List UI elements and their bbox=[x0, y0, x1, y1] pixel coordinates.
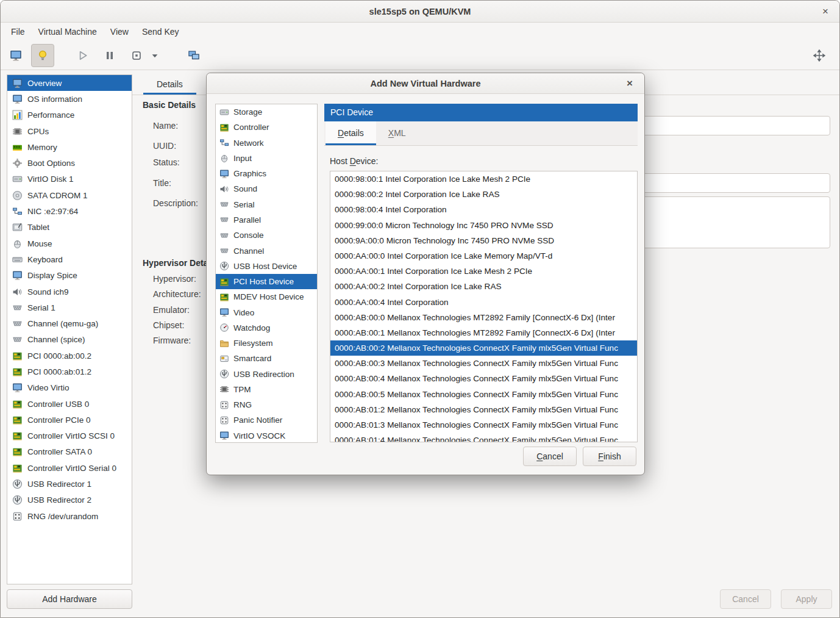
device-row-15[interactable]: 0000:AB:01:2 Mellanox Technologies Conne… bbox=[330, 402, 637, 417]
sidebar-item-sound-ich9[interactable]: Sound ich9 bbox=[7, 284, 132, 300]
hardware-type-parallel[interactable]: Parallel bbox=[216, 212, 317, 228]
device-row-17[interactable]: 0000:AB:01:4 Mellanox Technologies Conne… bbox=[330, 433, 637, 442]
speaker-icon bbox=[12, 287, 23, 297]
hardware-type-pci-host-device[interactable]: PCI Host Device bbox=[216, 274, 317, 289]
device-row-7[interactable]: 0000:AA:00:2 Intel Corporation Ice Lake … bbox=[330, 279, 637, 294]
hardware-type-watchdog[interactable]: Watchdog bbox=[216, 320, 317, 336]
hardware-type-graphics[interactable]: Graphics bbox=[216, 166, 317, 181]
hardware-type-controller[interactable]: Controller bbox=[216, 120, 317, 135]
sidebar-item-usb-redirector-2[interactable]: USB Redirector 2 bbox=[7, 492, 132, 508]
details-tab-details[interactable]: Details bbox=[143, 74, 196, 95]
label: Memory bbox=[27, 143, 57, 152]
sidebar-item-controller-sata-0[interactable]: Controller SATA 0 bbox=[7, 444, 132, 460]
device-row-14[interactable]: 0000:AB:00:5 Mellanox Technologies Conne… bbox=[330, 387, 637, 402]
device-row-3[interactable]: 0000:99:00:0 Micron Technology Inc 7450 … bbox=[330, 218, 637, 233]
dialog-cancel-button[interactable]: Cancel bbox=[523, 447, 577, 466]
label: Parallel bbox=[233, 215, 261, 225]
sidebar-item-controller-virtio-serial-0[interactable]: Controller VirtIO Serial 0 bbox=[7, 460, 132, 476]
hardware-type-virtio-vsock[interactable]: VirtIO VSOCK bbox=[216, 428, 317, 443]
hardware-type-filesystem[interactable]: Filesystem bbox=[216, 336, 317, 351]
label: PCI 0000:ab:00.2 bbox=[27, 351, 91, 361]
sidebar-item-pci-0000-ab-00-2[interactable]: PCI 0000:ab:00.2 bbox=[7, 348, 132, 364]
basic-label-description: Description: bbox=[153, 198, 198, 208]
sidebar-item-keyboard[interactable]: Keyboard bbox=[7, 251, 132, 267]
hardware-type-rng[interactable]: RNG bbox=[216, 397, 317, 412]
device-row-1[interactable]: 0000:98:00:2 Intel Corporation Ice Lake … bbox=[330, 187, 637, 202]
sidebar-item-controller-usb-0[interactable]: Controller USB 0 bbox=[7, 396, 132, 412]
label: USB Host Device bbox=[233, 262, 297, 271]
sidebar-item-tablet[interactable]: Tablet bbox=[7, 220, 132, 235]
sidebar-item-channel-qemu-ga[interactable]: Channel (qemu-ga) bbox=[7, 315, 132, 331]
sidebar-item-nic-e2-97-64[interactable]: NIC :e2:97:64 bbox=[7, 203, 132, 219]
keyboard-icon bbox=[12, 254, 23, 265]
device-row-2[interactable]: 0000:98:00:4 Intel Corporation bbox=[330, 202, 637, 217]
add-hardware-button[interactable]: Add Hardware bbox=[7, 589, 132, 609]
sidebar-item-controller-pcie-0[interactable]: Controller PCIe 0 bbox=[7, 412, 132, 428]
label: SATA CDROM 1 bbox=[27, 191, 88, 200]
dialog-title: Add New Virtual Hardware bbox=[370, 79, 480, 88]
device-row-11[interactable]: 0000:AB:00:2 Mellanox Technologies Conne… bbox=[330, 340, 637, 356]
hardware-type-sound[interactable]: Sound bbox=[216, 181, 317, 196]
sidebar-item-memory[interactable]: Memory bbox=[7, 139, 132, 155]
vm-window: sle15sp5 on QEMU/KVM × FileVirtual Machi… bbox=[0, 0, 840, 618]
label: TPM bbox=[233, 385, 251, 394]
hardware-type-channel[interactable]: Channel bbox=[216, 243, 317, 258]
sidebar-item-pci-0000-ab-01-2[interactable]: PCI 0000:ab:01.2 bbox=[7, 364, 132, 379]
sidebar-item-channel-spice[interactable]: Channel (spice) bbox=[7, 332, 132, 348]
device-row-6[interactable]: 0000:AA:00:1 Intel Corporation Ice Lake … bbox=[330, 264, 637, 279]
dialog-close-icon[interactable]: × bbox=[623, 77, 636, 90]
device-row-13[interactable]: 0000:AB:00:4 Mellanox Technologies Conne… bbox=[330, 371, 637, 386]
device-row-16[interactable]: 0000:AB:01:3 Mellanox Technologies Conne… bbox=[330, 417, 637, 433]
hardware-type-usb-host-device[interactable]: USB Host Device bbox=[216, 259, 317, 274]
dialog-tab-details[interactable]: Details bbox=[326, 121, 376, 145]
sidebar-item-os-information[interactable]: OS information bbox=[7, 91, 132, 107]
hardware-type-serial[interactable]: Serial bbox=[216, 197, 317, 212]
device-row-8[interactable]: 0000:AA:00:4 Intel Corporation bbox=[330, 295, 637, 310]
hardware-type-console[interactable]: Console bbox=[216, 228, 317, 243]
hardware-type-usb-redirection[interactable]: USB Redirection bbox=[216, 367, 317, 382]
dialog-finish-button[interactable]: Finish bbox=[583, 447, 636, 466]
sidebar-item-virtio-disk-1[interactable]: VirtIO Disk 1 bbox=[7, 171, 132, 187]
mouse-icon bbox=[12, 239, 23, 249]
board-icon bbox=[12, 367, 23, 377]
board-icon bbox=[12, 415, 23, 425]
hypervisor-label-hypervisor: Hypervisor: bbox=[153, 274, 196, 284]
sidebar-item-cpus[interactable]: CPUs bbox=[7, 123, 132, 139]
sidebar-item-controller-virtio-scsi-0[interactable]: Controller VirtIO SCSI 0 bbox=[7, 428, 132, 444]
hardware-type-tpm[interactable]: TPM bbox=[216, 382, 317, 397]
hardware-type-video[interactable]: Video bbox=[216, 304, 317, 320]
label: NIC :e2:97:64 bbox=[27, 207, 78, 216]
device-row-10[interactable]: 0000:AB:00:1 Mellanox Technologies MT289… bbox=[330, 325, 637, 340]
hardware-type-panic-notifier[interactable]: Panic Notifier bbox=[216, 412, 317, 428]
device-row-4[interactable]: 0000:9A:00:0 Micron Technology Inc 7450 … bbox=[330, 233, 637, 248]
board-icon bbox=[219, 277, 229, 287]
device-row-9[interactable]: 0000:AB:00:0 Mellanox Technologies MT289… bbox=[330, 310, 637, 325]
plug-icon bbox=[12, 318, 23, 329]
gear-icon bbox=[12, 158, 23, 168]
basic-label-name: Name: bbox=[153, 121, 178, 131]
device-row-5[interactable]: 0000:AA:00:0 Intel Corporation Ice Lake … bbox=[330, 248, 637, 264]
hardware-type-list: StorageControllerNetworkInputGraphicsSou… bbox=[215, 104, 318, 443]
sidebar-item-display-spice[interactable]: Display Spice bbox=[7, 268, 132, 284]
device-row-12[interactable]: 0000:AB:00:3 Mellanox Technologies Conne… bbox=[330, 356, 637, 371]
sidebar-item-overview[interactable]: Overview bbox=[7, 75, 132, 91]
sidebar-item-boot-options[interactable]: Boot Options bbox=[7, 155, 132, 171]
hardware-type-mdev-host-device[interactable]: MDEV Host Device bbox=[216, 289, 317, 304]
device-row-0[interactable]: 0000:98:00:1 Intel Corporation Ice Lake … bbox=[330, 171, 637, 187]
sidebar-item-video-virtio[interactable]: Video Virtio bbox=[7, 380, 132, 396]
dialog-tab-xml[interactable]: XML bbox=[376, 121, 418, 145]
hardware-sidebar: OverviewOS informationPerformanceCPUsMem… bbox=[7, 74, 132, 584]
sidebar-item-usb-redirector-1[interactable]: USB Redirector 1 bbox=[7, 476, 132, 492]
sidebar-item-rng-dev-urandom[interactable]: RNG /dev/urandom bbox=[7, 508, 132, 524]
label: Serial bbox=[233, 200, 255, 209]
sidebar-item-sata-cdrom-1[interactable]: SATA CDROM 1 bbox=[7, 187, 132, 203]
sidebar-item-performance[interactable]: Performance bbox=[7, 107, 132, 123]
sidebar-item-mouse[interactable]: Mouse bbox=[7, 235, 132, 251]
monitor-icon bbox=[12, 383, 23, 393]
hardware-type-input[interactable]: Input bbox=[216, 151, 317, 166]
hardware-type-smartcard[interactable]: Smartcard bbox=[216, 351, 317, 366]
label: Channel (qemu-ga) bbox=[27, 319, 98, 328]
hardware-type-storage[interactable]: Storage bbox=[216, 104, 317, 120]
hardware-type-network[interactable]: Network bbox=[216, 135, 317, 151]
sidebar-item-serial-1[interactable]: Serial 1 bbox=[7, 300, 132, 315]
